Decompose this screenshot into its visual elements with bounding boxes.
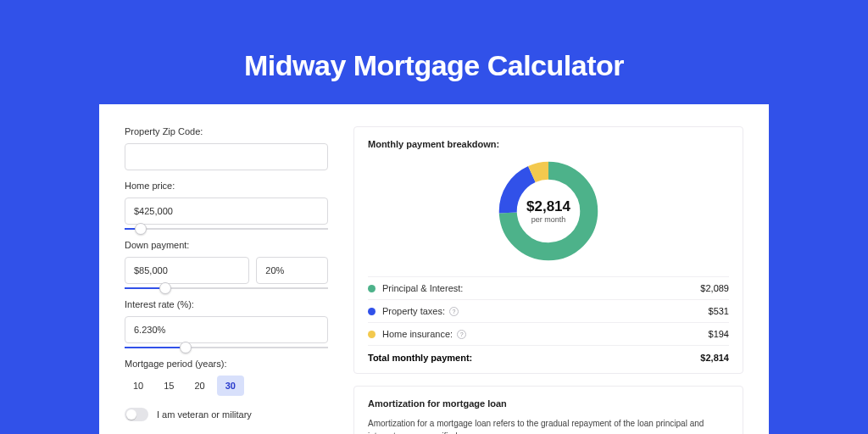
home-price-slider-thumb[interactable] [135, 223, 147, 235]
total-row: Total monthly payment: $2,814 [368, 345, 729, 364]
amortization-title: Amortization for mortgage loan [368, 398, 729, 409]
donut-center-value: $2,814 [526, 198, 570, 215]
total-label: Total monthly payment: [368, 353, 700, 363]
donut-center-sub: per month [531, 215, 566, 224]
breakdown-box: Monthly payment breakdown: $2,814 per mo… [353, 126, 743, 374]
zip-label: Property Zip Code: [125, 126, 328, 136]
interest-label: Interest rate (%): [125, 299, 328, 309]
page-title: Midway Mortgage Calculator [0, 0, 868, 104]
veteran-toggle[interactable] [125, 408, 148, 421]
interest-slider-thumb[interactable] [180, 342, 192, 353]
period-option-20[interactable]: 20 [186, 376, 214, 396]
legend-row-principal: Principal & Interest: $2,089 [368, 276, 729, 299]
interest-input[interactable] [125, 316, 328, 343]
amortization-text: Amortization for a mortgage loan refers … [368, 417, 729, 434]
veteran-row: I am veteran or military [125, 408, 328, 421]
interest-slider[interactable] [125, 347, 328, 348]
result-column: Monthly payment breakdown: $2,814 per mo… [353, 126, 743, 434]
down-payment-slider[interactable] [125, 287, 328, 289]
period-option-10[interactable]: 10 [125, 376, 152, 396]
donut-center: $2,814 per month [495, 158, 602, 264]
amortization-box: Amortization for mortgage loan Amortizat… [353, 386, 743, 434]
form-column: Property Zip Code: Home price: Down paym… [125, 126, 328, 434]
legend-value-insurance: $194 [709, 329, 729, 339]
veteran-label: I am veteran or military [157, 409, 252, 420]
total-value: $2,814 [700, 353, 729, 363]
breakdown-title: Monthly payment breakdown: [368, 139, 729, 149]
field-interest: Interest rate (%): [125, 299, 328, 348]
legend-value-taxes: $531 [709, 306, 729, 316]
donut-chart-wrap: $2,814 per month [368, 158, 729, 264]
down-payment-pct-input[interactable] [256, 257, 328, 284]
down-payment-slider-thumb[interactable] [159, 282, 171, 294]
legend-row-insurance: Home insurance: ? $194 [368, 322, 729, 345]
field-zip: Property Zip Code: [125, 126, 328, 170]
info-icon[interactable]: ? [449, 307, 459, 316]
period-option-30[interactable]: 30 [217, 376, 244, 396]
down-payment-input[interactable] [125, 257, 249, 284]
legend-label-principal: Principal & Interest: [382, 283, 700, 293]
home-price-label: Home price: [125, 181, 328, 191]
legend-dot-taxes [368, 308, 376, 315]
legend-label-taxes: Property taxes: ? [382, 306, 709, 316]
legend-row-taxes: Property taxes: ? $531 [368, 299, 729, 322]
period-label: Mortgage period (years): [125, 359, 328, 369]
home-price-slider[interactable] [125, 228, 328, 230]
down-payment-label: Down payment: [125, 240, 328, 250]
legend-label-insurance: Home insurance: ? [382, 329, 709, 339]
veteran-toggle-knob [126, 409, 136, 420]
donut-chart: $2,814 per month [495, 158, 602, 264]
info-icon[interactable]: ? [457, 330, 466, 339]
calculator-panel: Property Zip Code: Home price: Down paym… [99, 104, 769, 434]
field-home-price: Home price: [125, 181, 328, 230]
legend-dot-insurance [368, 331, 376, 338]
home-price-input[interactable] [125, 198, 328, 225]
legend-value-principal: $2,089 [700, 283, 729, 293]
field-down-payment: Down payment: [125, 240, 328, 289]
zip-input[interactable] [125, 143, 328, 170]
legend-dot-principal [368, 285, 376, 292]
field-period: Mortgage period (years): 10 15 20 30 [125, 359, 328, 396]
period-option-15[interactable]: 15 [155, 376, 182, 396]
period-options: 10 15 20 30 [125, 376, 328, 396]
